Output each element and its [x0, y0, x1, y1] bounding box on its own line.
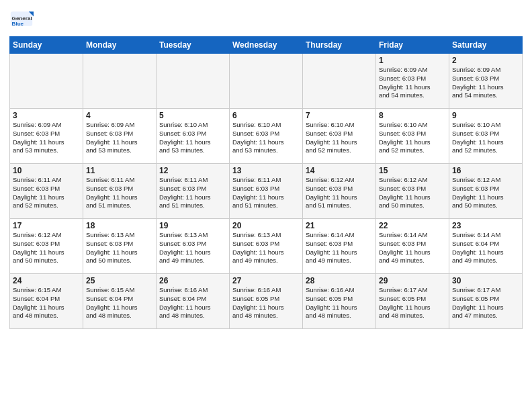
day-cell: 16Sunrise: 6:12 AM Sunset: 6:03 PM Dayli… — [449, 164, 523, 219]
day-cell: 1Sunrise: 6:09 AM Sunset: 6:03 PM Daylig… — [376, 54, 449, 109]
day-cell: 2Sunrise: 6:09 AM Sunset: 6:03 PM Daylig… — [449, 54, 523, 109]
day-info: Sunrise: 6:09 AM Sunset: 6:03 PM Dayligh… — [452, 66, 519, 100]
day-number: 16 — [452, 166, 519, 175]
weekday-header-sunday: Sunday — [10, 37, 83, 54]
day-cell — [83, 54, 157, 109]
day-cell: 24Sunrise: 6:15 AM Sunset: 6:04 PM Dayli… — [10, 274, 83, 329]
day-number: 19 — [159, 221, 226, 230]
day-info: Sunrise: 6:11 AM Sunset: 6:03 PM Dayligh… — [86, 176, 153, 210]
day-info: Sunrise: 6:13 AM Sunset: 6:03 PM Dayligh… — [232, 231, 300, 265]
day-cell: 9Sunrise: 6:10 AM Sunset: 6:03 PM Daylig… — [449, 109, 523, 164]
day-number: 25 — [86, 276, 153, 285]
day-number: 5 — [159, 111, 226, 120]
day-cell: 29Sunrise: 6:17 AM Sunset: 6:05 PM Dayli… — [376, 274, 449, 329]
day-info: Sunrise: 6:17 AM Sunset: 6:05 PM Dayligh… — [379, 286, 446, 320]
day-number: 4 — [86, 111, 153, 120]
day-cell: 4Sunrise: 6:09 AM Sunset: 6:03 PM Daylig… — [83, 109, 157, 164]
day-number: 2 — [452, 56, 519, 65]
day-cell: 13Sunrise: 6:11 AM Sunset: 6:03 PM Dayli… — [230, 164, 303, 219]
calendar-table: SundayMondayTuesdayWednesdayThursdayFrid… — [9, 36, 523, 329]
weekday-header-friday: Friday — [376, 37, 449, 54]
day-number: 21 — [306, 221, 373, 230]
day-cell: 26Sunrise: 6:16 AM Sunset: 6:04 PM Dayli… — [157, 274, 230, 329]
day-info: Sunrise: 6:10 AM Sunset: 6:03 PM Dayligh… — [306, 121, 373, 155]
generalblue-logo-icon: General Blue — [9, 7, 34, 31]
day-info: Sunrise: 6:14 AM Sunset: 6:03 PM Dayligh… — [379, 231, 446, 265]
day-info: Sunrise: 6:14 AM Sunset: 6:03 PM Dayligh… — [306, 231, 373, 265]
day-number: 23 — [452, 221, 519, 230]
day-cell: 6Sunrise: 6:10 AM Sunset: 6:03 PM Daylig… — [230, 109, 303, 164]
day-info: Sunrise: 6:10 AM Sunset: 6:03 PM Dayligh… — [452, 121, 519, 155]
day-cell: 5Sunrise: 6:10 AM Sunset: 6:03 PM Daylig… — [157, 109, 230, 164]
day-number: 18 — [86, 221, 153, 230]
weekday-header-tuesday: Tuesday — [157, 37, 230, 54]
day-info: Sunrise: 6:09 AM Sunset: 6:03 PM Dayligh… — [379, 66, 446, 100]
weekday-header-saturday: Saturday — [449, 37, 523, 54]
day-info: Sunrise: 6:12 AM Sunset: 6:03 PM Dayligh… — [379, 176, 446, 210]
day-info: Sunrise: 6:12 AM Sunset: 6:03 PM Dayligh… — [452, 176, 519, 210]
day-number: 17 — [13, 221, 80, 230]
week-row-5: 24Sunrise: 6:15 AM Sunset: 6:04 PM Dayli… — [10, 274, 523, 329]
day-info: Sunrise: 6:17 AM Sunset: 6:05 PM Dayligh… — [452, 286, 519, 320]
day-cell: 17Sunrise: 6:12 AM Sunset: 6:03 PM Dayli… — [10, 219, 83, 274]
day-cell: 28Sunrise: 6:16 AM Sunset: 6:05 PM Dayli… — [303, 274, 376, 329]
day-info: Sunrise: 6:16 AM Sunset: 6:04 PM Dayligh… — [159, 286, 226, 320]
day-cell: 8Sunrise: 6:10 AM Sunset: 6:03 PM Daylig… — [376, 109, 449, 164]
day-number: 20 — [232, 221, 300, 230]
day-cell: 30Sunrise: 6:17 AM Sunset: 6:05 PM Dayli… — [449, 274, 523, 329]
day-cell: 23Sunrise: 6:14 AM Sunset: 6:04 PM Dayli… — [449, 219, 523, 274]
day-cell: 10Sunrise: 6:11 AM Sunset: 6:03 PM Dayli… — [10, 164, 83, 219]
day-info: Sunrise: 6:15 AM Sunset: 6:04 PM Dayligh… — [86, 286, 153, 320]
day-cell: 27Sunrise: 6:16 AM Sunset: 6:05 PM Dayli… — [230, 274, 303, 329]
day-info: Sunrise: 6:13 AM Sunset: 6:03 PM Dayligh… — [159, 231, 226, 265]
day-info: Sunrise: 6:09 AM Sunset: 6:03 PM Dayligh… — [13, 121, 80, 155]
day-number: 1 — [379, 56, 446, 65]
weekday-header-wednesday: Wednesday — [230, 37, 303, 54]
day-cell: 12Sunrise: 6:11 AM Sunset: 6:03 PM Dayli… — [157, 164, 230, 219]
day-cell: 3Sunrise: 6:09 AM Sunset: 6:03 PM Daylig… — [10, 109, 83, 164]
weekday-header-row: SundayMondayTuesdayWednesdayThursdayFrid… — [10, 37, 523, 54]
day-info: Sunrise: 6:15 AM Sunset: 6:04 PM Dayligh… — [13, 286, 80, 320]
day-number: 24 — [13, 276, 80, 285]
week-row-3: 10Sunrise: 6:11 AM Sunset: 6:03 PM Dayli… — [10, 164, 523, 219]
day-number: 6 — [232, 111, 300, 120]
day-number: 9 — [452, 111, 519, 120]
day-cell: 11Sunrise: 6:11 AM Sunset: 6:03 PM Dayli… — [83, 164, 157, 219]
day-cell — [303, 54, 376, 109]
week-row-2: 3Sunrise: 6:09 AM Sunset: 6:03 PM Daylig… — [10, 109, 523, 164]
week-row-1: 1Sunrise: 6:09 AM Sunset: 6:03 PM Daylig… — [10, 54, 523, 109]
day-number: 3 — [13, 111, 80, 120]
day-cell: 20Sunrise: 6:13 AM Sunset: 6:03 PM Dayli… — [230, 219, 303, 274]
day-number: 12 — [159, 166, 226, 175]
day-number: 11 — [86, 166, 153, 175]
day-cell — [10, 54, 83, 109]
day-cell: 15Sunrise: 6:12 AM Sunset: 6:03 PM Dayli… — [376, 164, 449, 219]
day-number: 28 — [306, 276, 373, 285]
day-info: Sunrise: 6:12 AM Sunset: 6:03 PM Dayligh… — [13, 231, 80, 265]
day-cell — [230, 54, 303, 109]
day-number: 7 — [306, 111, 373, 120]
day-info: Sunrise: 6:16 AM Sunset: 6:05 PM Dayligh… — [232, 286, 300, 320]
logo: General Blue — [9, 7, 35, 31]
day-info: Sunrise: 6:12 AM Sunset: 6:03 PM Dayligh… — [306, 176, 373, 210]
day-number: 26 — [159, 276, 226, 285]
day-info: Sunrise: 6:14 AM Sunset: 6:04 PM Dayligh… — [452, 231, 519, 265]
day-cell: 21Sunrise: 6:14 AM Sunset: 6:03 PM Dayli… — [303, 219, 376, 274]
day-cell: 18Sunrise: 6:13 AM Sunset: 6:03 PM Dayli… — [83, 219, 157, 274]
weekday-header-thursday: Thursday — [303, 37, 376, 54]
day-cell — [157, 54, 230, 109]
calendar-body: 1Sunrise: 6:09 AM Sunset: 6:03 PM Daylig… — [10, 54, 523, 329]
day-number: 14 — [306, 166, 373, 175]
svg-text:Blue: Blue — [12, 21, 24, 27]
day-number: 8 — [379, 111, 446, 120]
day-cell: 22Sunrise: 6:14 AM Sunset: 6:03 PM Dayli… — [376, 219, 449, 274]
day-info: Sunrise: 6:11 AM Sunset: 6:03 PM Dayligh… — [232, 176, 300, 210]
day-info: Sunrise: 6:10 AM Sunset: 6:03 PM Dayligh… — [159, 121, 226, 155]
day-info: Sunrise: 6:10 AM Sunset: 6:03 PM Dayligh… — [232, 121, 300, 155]
header: General Blue — [9, 7, 523, 31]
day-info: Sunrise: 6:13 AM Sunset: 6:03 PM Dayligh… — [86, 231, 153, 265]
day-info: Sunrise: 6:11 AM Sunset: 6:03 PM Dayligh… — [159, 176, 226, 210]
day-cell: 25Sunrise: 6:15 AM Sunset: 6:04 PM Dayli… — [83, 274, 157, 329]
day-info: Sunrise: 6:10 AM Sunset: 6:03 PM Dayligh… — [379, 121, 446, 155]
day-info: Sunrise: 6:16 AM Sunset: 6:05 PM Dayligh… — [306, 286, 373, 320]
